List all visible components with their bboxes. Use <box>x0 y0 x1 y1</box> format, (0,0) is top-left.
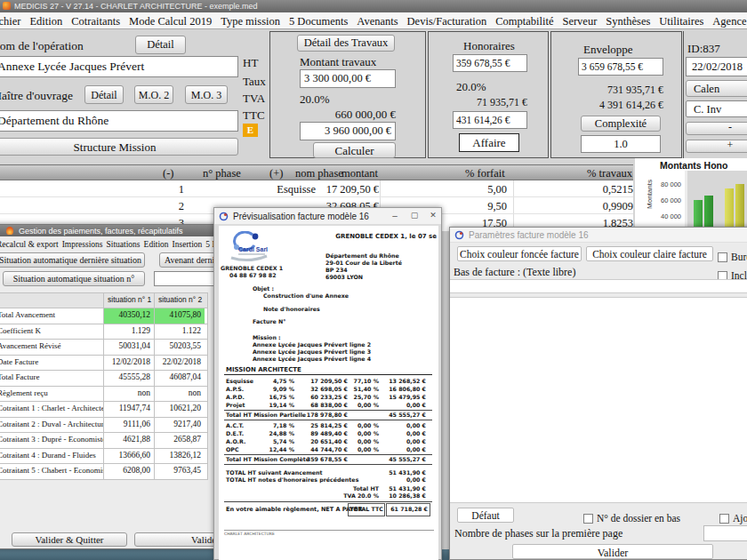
phase-col-minus[interactable]: (-) <box>163 167 174 180</box>
menu-mode-calcul[interactable]: Mode Calcul 2019 <box>129 15 212 28</box>
objet-label: Objet : <box>253 285 274 292</box>
menu-fichier[interactable]: Fichier <box>0 15 20 28</box>
payments-row-total-facture[interactable]: Total Facture 45555,28 46087,04 <box>0 370 207 386</box>
payments-row-cotraitant-1[interactable]: Cotraitant 1 : Charlet - Architecte 1194… <box>0 401 207 417</box>
menu-utilitaires[interactable]: Utilitaires <box>659 15 703 28</box>
defaut-button[interactable]: Défaut <box>457 508 514 523</box>
works-ttc-input[interactable]: 3 960 000,00 € <box>300 122 396 140</box>
date-input[interactable]: 22/02/2018 <box>686 57 747 76</box>
owner-detail-button[interactable]: Détail <box>84 85 124 104</box>
plus-button[interactable]: + <box>686 140 747 153</box>
free-text-area[interactable] <box>450 297 747 503</box>
operation-name-input[interactable]: Annexe Lycée Jacques Prévert <box>0 56 238 77</box>
dark-color-button[interactable]: Choix couleur foncée facture <box>457 246 582 261</box>
menu-syntheses[interactable]: Synthèses <box>606 15 650 28</box>
payments-row-total-avancement[interactable]: Total Avancement 40350,12 41075,80 <box>0 308 207 324</box>
maximize-icon[interactable]: ▢ <box>407 211 422 220</box>
bureau-checkbox-box[interactable] <box>718 252 727 262</box>
works-ht-input[interactable]: 3 300 000,00 € <box>300 69 396 88</box>
menu-avenants[interactable]: Avenants <box>357 15 398 28</box>
mo2-button[interactable]: M.O. 2 <box>134 85 173 104</box>
works-rate: 20.0% <box>300 92 330 107</box>
calendar-button[interactable]: Calen <box>686 80 747 97</box>
auto-n-situation-button[interactable]: Situation automatique situation n° <box>3 271 145 286</box>
preview-titlebar[interactable]: Prévisualisation facture modèle 16 – ▢ ✕ <box>214 208 441 225</box>
dossier-checkbox-box[interactable] <box>583 514 593 524</box>
menu-serveur[interactable]: Serveur <box>562 15 597 28</box>
minimize-icon[interactable]: – <box>388 211 402 220</box>
calculer-button[interactable]: Calculer <box>313 142 396 158</box>
total-partial-label: Total HT Mission Partielle <box>226 412 306 418</box>
sender-phone: 04 88 67 98 82 <box>229 272 277 278</box>
params-valider-button[interactable]: Valider <box>512 544 713 559</box>
payments-row-coefficient-k[interactable]: Coefficient K 1.129 1.122 <box>0 324 207 340</box>
dossier-checkbox[interactable]: N° de dossier en bas <box>583 509 699 525</box>
payments-menu-impressions[interactable]: Impressions <box>62 240 103 249</box>
cinv-button[interactable]: C. Inv <box>686 100 747 117</box>
main-titlebar[interactable]: MEDICIS 27 - V 27.14 - CHARLET ARCHITECT… <box>0 0 747 12</box>
auto-last-situation-button[interactable]: Situation automatique dernière situation <box>0 252 145 268</box>
fees-ht-input[interactable]: 359 678,55 € <box>453 54 527 72</box>
payments-menu-recalcul[interactable]: Recalcul & export <box>0 240 59 249</box>
light-color-button[interactable]: Choix couleur claire facture <box>586 246 713 261</box>
payments-menu-situations[interactable]: Situations <box>107 240 141 249</box>
menu-comptabilite[interactable]: Comptabilité <box>495 15 553 28</box>
payments-row-cotraitant-5[interactable]: Cotraitant 5 : Chabert - Economiste 6208… <box>0 463 207 480</box>
total-partial-rule-bottom <box>224 420 432 420</box>
inv-p1: 5,74 % <box>259 438 294 444</box>
total-previous-label: TOTAL HT notes d'honoraires précédentes <box>226 476 358 483</box>
inv-p1: 4,75 % <box>259 378 294 384</box>
e-badge[interactable]: E <box>243 124 258 137</box>
bureau-checkbox[interactable]: Bureau <box>718 248 747 264</box>
close-icon[interactable]: ✕ <box>426 211 440 220</box>
envelope-ht-input[interactable]: 3 659 678,55 € <box>578 58 663 76</box>
inv-name: A.C.T. <box>226 422 244 428</box>
inv-m1: 89 489,40 € <box>303 430 348 436</box>
affaire-button[interactable]: Affaire <box>459 133 519 152</box>
menu-type-mission[interactable]: Type mission <box>221 15 280 28</box>
phase-col-num: n° phase <box>203 167 241 180</box>
params-titlebar[interactable]: Paramètres facture modèle 16 <box>450 228 747 243</box>
payments-row-cotraitant-4[interactable]: Cotraitant 4 : Durand - Fluides 13666,60… <box>0 448 207 464</box>
row-label: Total Facture <box>0 371 103 386</box>
payments-row-date-facture[interactable]: Date Facture 12/02/2018 22/02/2018 <box>0 355 207 371</box>
total-partial-m1: 178 978,80 € <box>303 412 348 418</box>
payments-row-cotraitant-3[interactable]: Cotraitant 3 : Dupré - Economiste 4621,8… <box>0 432 207 448</box>
complexite-button[interactable]: Complexité <box>581 116 661 132</box>
menu-agence[interactable]: Agence <box>712 15 746 28</box>
valider-quitter-button[interactable]: Valider & Quitter <box>12 532 127 547</box>
phase-col-plus[interactable]: (+) <box>269 167 283 180</box>
fees-ttc-input[interactable]: 431 614,26 € <box>453 111 527 129</box>
structure-mission-button[interactable]: Structure Mission <box>0 138 238 156</box>
payments-col-situation2: situation n° 2 <box>154 293 205 308</box>
phases-count-input[interactable] <box>703 525 747 541</box>
section-rule <box>224 374 432 375</box>
works-detail-button[interactable]: Détail des Travaux <box>297 35 395 52</box>
payments-row-cotraitant-2[interactable]: Cotraitant 2 : Duval - Architecture 9111… <box>0 417 207 433</box>
fees-panel: Honoraires 359 678,55 € 20.0% 71 935,71 … <box>428 31 549 158</box>
menu-edition[interactable]: Edition <box>29 15 62 28</box>
mo3-button[interactable]: M.O. 3 <box>185 85 228 104</box>
payments-menu-insertion[interactable]: Insertion <box>173 240 203 249</box>
row-v2: 2658,87 <box>154 433 205 448</box>
bas-de-facture-input[interactable] <box>450 279 747 293</box>
payments-menu-edition[interactable]: Edition <box>144 240 169 249</box>
payments-row-avancement-revise[interactable]: Avancement Révisé 50031,04 50203,55 <box>0 339 207 355</box>
row-v2: 9763,45 <box>154 464 205 479</box>
total-avancement-label: TOTAL HT suivant Avancement <box>226 469 323 476</box>
minus-button[interactable]: - <box>686 122 747 135</box>
coefficient-input[interactable]: 1.0 <box>581 135 661 153</box>
inv-name: D.E.T. <box>226 430 244 436</box>
objet-value: Construction d'une Annexe <box>263 292 349 299</box>
inv-m1: 17 209,50 € <box>303 378 348 384</box>
phase-row-1[interactable]: 1 Esquisse 17 209,50 € 5,00 0,5215 <box>0 180 633 197</box>
ajoute-checkbox[interactable]: Ajoute <box>719 509 747 525</box>
row-label: Coefficient K <box>0 324 103 340</box>
menu-5-documents[interactable]: 5 Documents <box>289 15 348 28</box>
menu-devis-facturation[interactable]: Devis/Facturation <box>407 15 487 28</box>
owner-name-input[interactable]: Département du Rhône <box>0 110 238 132</box>
menu-cotraitants[interactable]: Cotraitants <box>71 15 120 28</box>
operation-detail-button[interactable]: Détail <box>135 36 186 54</box>
ajoute-checkbox-box[interactable] <box>719 514 729 524</box>
payments-row-reglement-recu[interactable]: Règlement reçu non non <box>0 386 207 402</box>
